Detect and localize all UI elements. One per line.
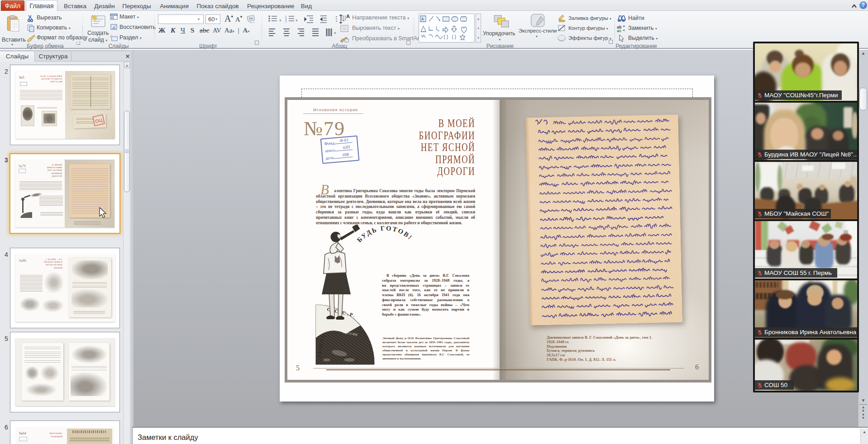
svg-text:▾: ▾ xyxy=(334,31,336,35)
svg-text:БУДЬ ГОТОВ!: БУДЬ ГОТОВ! xyxy=(355,225,414,244)
svg-text:A: A xyxy=(421,17,424,21)
svg-text:3: 3 xyxy=(285,20,287,23)
svg-text:A: A xyxy=(346,14,350,19)
svg-text:▾: ▾ xyxy=(296,18,298,23)
svg-text:ac: ac xyxy=(617,28,621,33)
svg-text:▾: ▾ xyxy=(279,18,281,23)
